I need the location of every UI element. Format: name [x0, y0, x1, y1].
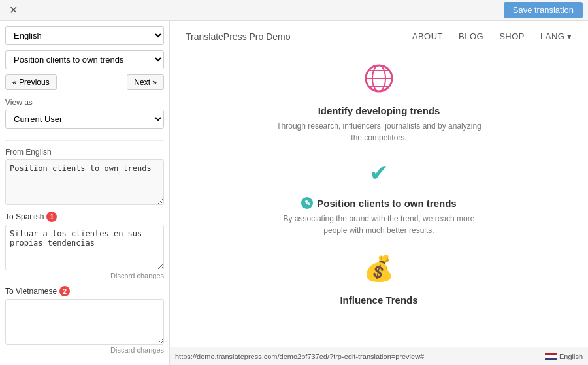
site-content: Identify developing trends Through resea… — [170, 52, 588, 347]
site-title: TranslatePress Pro Demo — [186, 31, 291, 42]
from-english-label: From English — [5, 148, 164, 157]
close-button[interactable]: ✕ — [5, 3, 22, 18]
vietnamese-textarea[interactable] — [5, 299, 164, 345]
feature-desc-1: Through research, influencers, journalis… — [274, 120, 483, 144]
bottom-bar: https://demo.translatepress.com/demo2bf7… — [170, 347, 588, 365]
save-translation-button[interactable]: Save translation — [504, 2, 583, 18]
feature-block-3: 💰 Influence Trends — [340, 252, 417, 320]
nav-lang[interactable]: LANG ▾ — [540, 31, 572, 41]
feature-icon-3: 💰 — [340, 252, 417, 289]
language-select[interactable]: English Spanish Vietnamese — [5, 26, 164, 45]
url-display: https://demo.translatepress.com/demo2bf7… — [175, 353, 424, 360]
feature-title-1: Identify developing trends — [274, 105, 483, 116]
svg-text:💰: 💰 — [363, 253, 395, 283]
spanish-badge: 1 — [46, 212, 57, 222]
to-spanish-label: To Spanish 1 — [5, 212, 164, 222]
nav-buttons: « Previous Next » — [5, 74, 164, 90]
vietnamese-badge: 2 — [59, 286, 70, 296]
feature-title-2: ✎ Position clients to own trends — [274, 197, 483, 209]
right-panel: TranslatePress Pro Demo ABOUT BLOG SHOP … — [170, 21, 588, 365]
to-spanish-text: To Spanish — [5, 212, 44, 221]
to-vietnamese-label: To Vietnamese 2 — [5, 286, 164, 296]
feature-block-1: Identify developing trends Through resea… — [274, 63, 483, 154]
top-bar: ✕ Save translation — [0, 0, 588, 21]
nav-about[interactable]: ABOUT — [412, 31, 443, 41]
discard-spanish-link[interactable]: Discard changes — [5, 272, 164, 279]
string-select[interactable]: Position clients to own trends — [5, 50, 164, 69]
left-panel: English Spanish Vietnamese Position clie… — [0, 21, 170, 365]
site-nav-links: ABOUT BLOG SHOP LANG ▾ — [412, 31, 572, 41]
spanish-textarea[interactable] — [5, 225, 164, 270]
feature-block-2: ✎ Position clients to own trends By asso… — [274, 197, 483, 247]
site-nav: TranslatePress Pro Demo ABOUT BLOG SHOP … — [170, 21, 588, 52]
flag-icon — [545, 353, 557, 360]
edit-icon: ✎ — [301, 197, 313, 209]
bottom-lang: English — [545, 353, 583, 360]
bottom-lang-label: English — [559, 353, 583, 360]
to-vietnamese-text: To Vietnamese — [5, 287, 57, 296]
feature-icon-1 — [274, 63, 483, 100]
view-as-select[interactable]: Current User — [5, 110, 164, 129]
main-layout: English Spanish Vietnamese Position clie… — [0, 21, 588, 365]
feature-desc-2: By associating the brand with the trend,… — [274, 213, 483, 236]
next-button[interactable]: Next » — [127, 74, 164, 90]
discard-vietnamese-link[interactable]: Discard changes — [5, 346, 164, 354]
view-as-label: View as — [5, 98, 164, 107]
checkmark-icon: ✔ — [369, 159, 389, 187]
previous-button[interactable]: « Previous — [5, 74, 57, 90]
nav-shop[interactable]: SHOP — [499, 31, 525, 41]
feature-title-3: Influence Trends — [340, 294, 417, 306]
divider-1 — [5, 140, 164, 141]
source-textarea — [5, 159, 164, 205]
nav-blog[interactable]: BLOG — [459, 31, 483, 41]
